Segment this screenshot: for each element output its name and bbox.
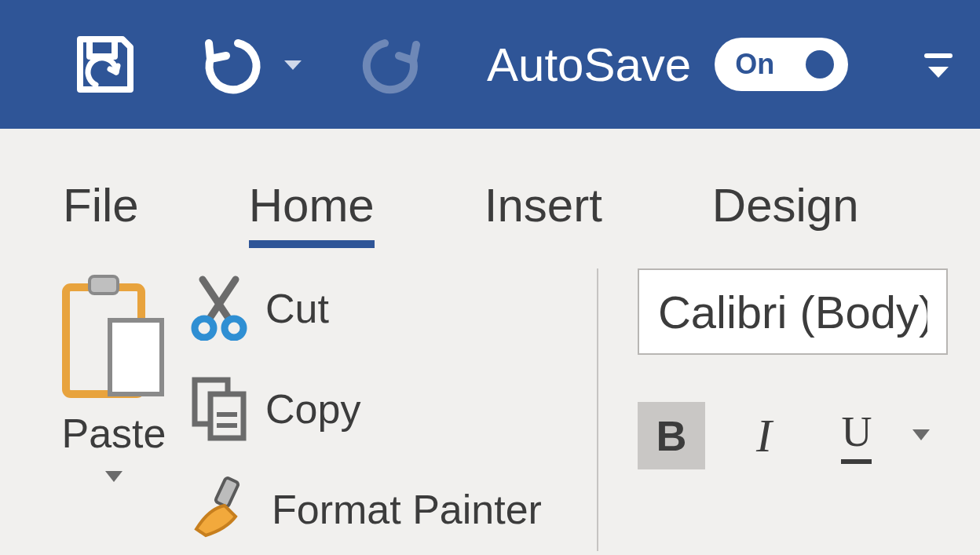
autosave-label: AutoSave	[487, 38, 691, 92]
redo-icon	[361, 29, 432, 100]
font-name-input[interactable]	[638, 268, 948, 355]
undo-button[interactable]	[195, 29, 306, 100]
svg-rect-4	[90, 276, 118, 294]
customize-quick-access-button[interactable]	[919, 45, 958, 84]
autosave-state-text: On	[735, 48, 774, 81]
undo-dropdown-icon[interactable]	[280, 51, 306, 78]
save-icon	[71, 30, 140, 99]
underline-button[interactable]: U	[823, 402, 890, 469]
autosave-control: AutoSave On	[487, 38, 848, 92]
tab-insert[interactable]: Insert	[485, 178, 602, 246]
svg-point-10	[225, 319, 243, 338]
svg-point-9	[195, 319, 214, 338]
format-painter-icon	[188, 474, 256, 545]
cut-icon	[188, 273, 250, 344]
copy-button[interactable]: Copy	[188, 374, 542, 444]
ribbon-body: Paste Cut	[0, 246, 980, 555]
bold-button[interactable]: B	[638, 402, 705, 469]
autosave-knob-icon	[806, 50, 834, 79]
copy-label: Copy	[265, 385, 360, 433]
cut-label: Cut	[265, 285, 329, 332]
tab-file[interactable]: File	[63, 178, 139, 246]
paste-label: Paste	[62, 410, 166, 457]
font-group: B I U	[598, 268, 948, 555]
italic-button[interactable]: I	[730, 402, 798, 469]
svg-marker-16	[912, 429, 930, 440]
paste-icon	[55, 268, 173, 405]
ribbon-tabs: File Home Insert Design	[0, 129, 980, 246]
font-style-buttons: B I U	[638, 402, 948, 469]
autosave-toggle[interactable]: On	[715, 38, 848, 91]
svg-marker-0	[284, 60, 302, 70]
title-bar: AutoSave On	[0, 0, 980, 129]
tab-design[interactable]: Design	[712, 178, 859, 246]
svg-marker-6	[105, 471, 122, 482]
paste-button[interactable]: Paste	[55, 268, 173, 555]
copy-icon	[188, 374, 250, 444]
format-painter-button[interactable]: Format Painter	[188, 474, 542, 545]
underline-dropdown-icon[interactable]	[908, 423, 934, 448]
tab-home[interactable]: Home	[249, 178, 375, 246]
customize-icon	[919, 45, 958, 84]
underline-glyph: U	[841, 407, 872, 464]
clipboard-group: Paste Cut	[55, 268, 597, 555]
svg-marker-2	[928, 67, 949, 78]
svg-rect-15	[215, 477, 240, 507]
svg-rect-5	[110, 320, 162, 394]
cut-button[interactable]: Cut	[188, 273, 542, 344]
undo-icon	[195, 29, 265, 100]
save-button[interactable]	[71, 30, 140, 99]
clipboard-commands: Cut Copy	[188, 268, 542, 555]
format-painter-label: Format Painter	[272, 486, 542, 533]
paste-dropdown-icon[interactable]	[101, 465, 127, 490]
redo-button[interactable]	[361, 29, 432, 100]
